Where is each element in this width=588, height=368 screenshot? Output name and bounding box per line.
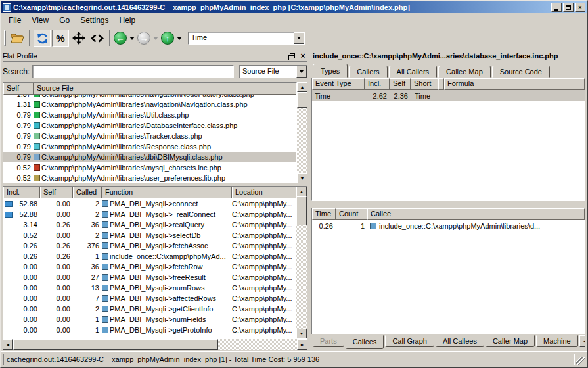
scrollbar-thumb[interactable] bbox=[297, 92, 307, 108]
function-row[interactable]: 0.52 0.00 2 PMA_DBI_Mysqli->selectDb C:\… bbox=[3, 230, 296, 241]
scroll-up-icon[interactable]: ▲ bbox=[296, 187, 307, 196]
group-by-combobox[interactable]: Source File bbox=[239, 65, 307, 78]
minimize-button[interactable] bbox=[551, 3, 562, 12]
up-button[interactable]: ↑ bbox=[161, 32, 174, 45]
function-row[interactable]: 0.00 0.00 1 PMA_DBI_Mysqli->numFields C:… bbox=[3, 314, 296, 325]
source-file-row[interactable]: 0.52 C:\xampp\phpMyAdmin\libraries\user_… bbox=[3, 173, 296, 183]
up-dropdown-caret[interactable] bbox=[177, 37, 182, 40]
menu-help[interactable]: Help bbox=[115, 14, 141, 26]
scroll-down-icon[interactable]: ▼ bbox=[297, 173, 307, 183]
horizontal-splitter[interactable] bbox=[311, 201, 585, 208]
menu-view[interactable]: View bbox=[27, 14, 53, 26]
menu-settings[interactable]: Settings bbox=[76, 14, 113, 26]
function-row[interactable]: 52.88 0.00 2 PMA_DBI_Mysqli->_realConnec… bbox=[3, 209, 296, 219]
back-button[interactable]: ← bbox=[114, 32, 127, 45]
source-file-row[interactable]: 0.79 C:\xampp\phpMyAdmin\libraries\dbi\D… bbox=[3, 152, 296, 162]
back-dropdown-caret[interactable] bbox=[129, 37, 135, 40]
function-square-icon bbox=[102, 316, 108, 323]
dock-titlebar[interactable]: Flat Profile × bbox=[3, 50, 307, 62]
self-cell: 0.26 bbox=[40, 252, 73, 260]
column-header-self[interactable]: Self bbox=[40, 187, 73, 198]
cycle-groups-button[interactable] bbox=[34, 30, 51, 47]
column-header-short[interactable]: Short bbox=[411, 78, 438, 90]
function-row[interactable]: 0.00 0.00 7 PMA_DBI_Mysqli->affectedRows… bbox=[3, 293, 296, 304]
source-file-row[interactable]: 0.52 C:\xampp\phpMyAdmin\libraries\mysql… bbox=[3, 162, 296, 173]
close-button[interactable]: × bbox=[575, 3, 585, 12]
dock-float-button[interactable] bbox=[288, 51, 297, 60]
detail-tab[interactable]: Types bbox=[313, 64, 348, 78]
source-file-row[interactable]: 0.79 C:\xampp\phpMyAdmin\libraries\Track… bbox=[3, 131, 296, 141]
event-type-combobox[interactable]: Time bbox=[188, 32, 305, 45]
expand-areas-button[interactable] bbox=[70, 30, 87, 47]
function-row[interactable]: 0.00 0.00 1 PMA_DBI_Mysqli->getProtoInfo… bbox=[3, 325, 296, 335]
detail-tab[interactable]: All Callers bbox=[389, 66, 438, 78]
scroll-left-icon[interactable]: ◄ bbox=[3, 339, 13, 350]
function-row[interactable]: 0.00 0.00 27 PMA_DBI_Mysqli->freeResult … bbox=[3, 272, 296, 283]
source-file-row[interactable]: 0.79 C:\xampp\phpMyAdmin\libraries\Datab… bbox=[3, 120, 296, 131]
column-header-function[interactable]: Function bbox=[102, 187, 232, 198]
function-row[interactable]: 0.26 0.26 1 include_once::C:\xampp\phpMy… bbox=[3, 251, 296, 262]
tab-label: Call Graph bbox=[392, 337, 427, 345]
function-table-vscrollbar[interactable]: ▲ ▼ bbox=[296, 187, 307, 338]
detail-bottom-tab[interactable]: Machine bbox=[536, 335, 578, 347]
column-header-formula[interactable]: Formula bbox=[444, 78, 585, 90]
column-header-self[interactable]: Self bbox=[3, 83, 34, 95]
maximize-button[interactable] bbox=[563, 3, 574, 12]
detail-bottom-tab[interactable]: Call Graph bbox=[385, 335, 434, 347]
resize-grip[interactable] bbox=[576, 357, 585, 365]
function-table-hscrollbar[interactable]: ◄ ► bbox=[3, 339, 307, 350]
column-header-source-file[interactable]: Source File bbox=[34, 83, 296, 95]
callee-row[interactable]: 0.26 1 include_once::C:\xampp\phpMyAdmin… bbox=[312, 220, 585, 231]
source-file-row[interactable]: 1.37 C:\xampp\phpMyAdmin\libraries\navig… bbox=[3, 95, 296, 99]
titlebar[interactable]: C:\xampp\tmp\cachegrind.out.1416463299-C… bbox=[1, 1, 587, 13]
detail-tab[interactable]: Source Code bbox=[492, 66, 550, 78]
scrollbar-thumb[interactable] bbox=[13, 339, 218, 350]
detail-tab[interactable]: Callee Map bbox=[438, 66, 491, 78]
toolbar-grip[interactable] bbox=[4, 30, 6, 46]
function-row[interactable]: 0.26 0.26 376 PMA_DBI_Mysqli->fetchAssoc… bbox=[3, 241, 296, 251]
relative-percent-button[interactable]: % bbox=[52, 30, 69, 47]
function-row[interactable]: 3.14 0.26 36 PMA_DBI_Mysqli->realQuery C… bbox=[3, 219, 296, 230]
detail-bottom-tab[interactable]: Caller Map bbox=[486, 335, 535, 347]
column-header-blank[interactable] bbox=[438, 78, 444, 90]
group-by-dropdown-button[interactable] bbox=[296, 66, 307, 78]
column-header-location[interactable]: Location bbox=[232, 187, 296, 198]
source-file-row[interactable]: 0.79 C:\xampp\phpMyAdmin\libraries\Util.… bbox=[3, 110, 296, 120]
column-header-time[interactable]: Time bbox=[312, 208, 336, 220]
function-row[interactable]: 52.88 0.00 2 PMA_DBI_Mysqli->connect C:\… bbox=[3, 198, 296, 209]
scrollbar-thumb[interactable] bbox=[296, 196, 307, 225]
column-header-incl[interactable]: Incl. bbox=[3, 187, 40, 198]
column-header-called[interactable]: Called bbox=[73, 187, 102, 198]
source-file-row[interactable]: 0.79 C:\xampp\phpMyAdmin\libraries\Respo… bbox=[3, 141, 296, 152]
function-row[interactable]: 0.00 0.00 13 PMA_DBI_Mysqli->numRows C:\… bbox=[3, 283, 296, 293]
types-pane: Event Type Incl. Self Short Formula Time… bbox=[311, 78, 585, 201]
menu-file[interactable]: File bbox=[4, 14, 26, 26]
self-cell: 0.00 bbox=[40, 305, 73, 313]
function-row[interactable]: 0.00 0.00 36 PMA_DBI_Mysqli->fetchRow C:… bbox=[3, 262, 296, 272]
column-header-event-type[interactable]: Event Type bbox=[312, 78, 365, 90]
detail-tab[interactable]: Callers bbox=[349, 66, 387, 78]
scroll-down-icon[interactable]: ▼ bbox=[296, 329, 307, 338]
column-header-callee[interactable]: Callee bbox=[367, 208, 585, 220]
tab-label: Machine bbox=[543, 337, 571, 345]
scroll-right-icon[interactable]: ► bbox=[297, 339, 307, 350]
search-input[interactable] bbox=[32, 65, 234, 78]
dock-close-button[interactable]: × bbox=[298, 51, 307, 60]
detail-bottom-tab[interactable]: Callees bbox=[346, 335, 384, 349]
tab-label: Callers bbox=[357, 68, 379, 76]
tab-scroll-left-icon[interactable]: ◄ bbox=[579, 335, 585, 347]
event-type-row[interactable]: Time 2.62 2.36 Time bbox=[312, 90, 585, 101]
source-file-row[interactable]: 1.31 C:\xampp\phpMyAdmin\libraries\navig… bbox=[3, 99, 296, 110]
function-row[interactable]: 0.00 0.00 2 PMA_DBI_Mysqli->getClientInf… bbox=[3, 304, 296, 314]
detail-bottom-tab[interactable]: Parts bbox=[313, 335, 344, 347]
column-header-incl[interactable]: Incl. bbox=[365, 78, 390, 90]
detail-bottom-tab[interactable]: All Callees bbox=[436, 335, 484, 347]
source-list-vscrollbar[interactable]: ▲ ▼ bbox=[297, 82, 307, 183]
event-type-dropdown-button[interactable] bbox=[294, 32, 304, 44]
column-header-self[interactable]: Self bbox=[390, 78, 411, 90]
menu-go[interactable]: Go bbox=[55, 14, 74, 26]
splitter-direction-button[interactable] bbox=[89, 30, 106, 47]
column-header-count[interactable]: Count bbox=[336, 208, 367, 220]
open-file-button[interactable] bbox=[9, 30, 26, 47]
scroll-up-icon[interactable]: ▲ bbox=[297, 82, 307, 92]
